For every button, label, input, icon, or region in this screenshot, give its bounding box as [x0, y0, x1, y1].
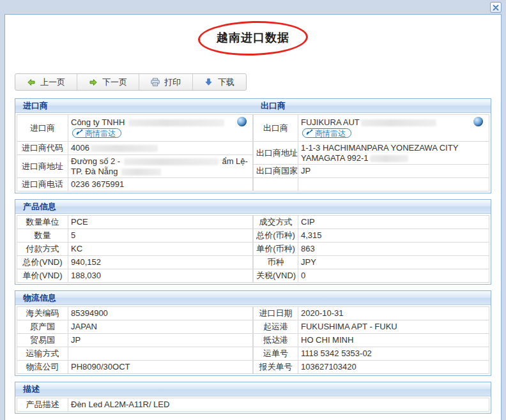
printer-icon [151, 78, 160, 87]
section-title: 出口商 [253, 99, 491, 112]
field-row: 单价(币种)863 [254, 243, 489, 256]
field-value: 2020-10-31 [298, 307, 489, 320]
field-value-text: 0 [301, 271, 486, 281]
field-label: 进口商 [17, 115, 68, 142]
field-value-text: JP [301, 166, 486, 176]
field-label: 报关单号 [254, 361, 298, 374]
field-value [68, 347, 253, 361]
field-label: 物流公司 [17, 361, 68, 374]
fields-table: 进口日期2020-10-31起运港FUKUSHIMA APT - FUKU抵达港… [253, 306, 489, 374]
field-label: 出口商 [254, 115, 298, 142]
field-label: 出口商地址 [254, 142, 298, 165]
field-value-text: JAPAN [71, 322, 250, 332]
redacted-text [361, 119, 436, 126]
field-label [254, 178, 298, 191]
field-row: 币种JPY [254, 256, 489, 269]
field-value-text: 4006 [71, 143, 250, 153]
fields-table: 海关编码85394900原产国JAPAN贸易国JP运输方式物流公司PH8090/… [17, 306, 253, 374]
field-value: JP [68, 334, 253, 347]
field-label: 数量 [17, 229, 68, 243]
business-radar-badge[interactable]: 商情雷达 [302, 128, 351, 138]
field-value: Đường số 2 - ẩm Lệ- TP. Đà Nẵng [68, 155, 253, 178]
field-value-text: 103627103420 [301, 362, 486, 372]
redacted-text [128, 119, 224, 126]
toolbar-download-button[interactable]: 下载 [193, 74, 246, 90]
field-row: 付款方式KC [17, 243, 253, 256]
field-value-text: 1118 5342 5353-02 [301, 349, 486, 359]
field-label: 数量单位 [17, 216, 68, 229]
field-row: 总价(币种)4,315 [254, 229, 489, 243]
field-row: 出口商FUJIKURA AUT商情雷达 [254, 115, 489, 142]
fields-table: 数量单位PCE数量5付款方式KC总价(VND)940,152单价(VND)188… [17, 215, 253, 283]
field-value-text: 0236 3675991 [71, 179, 250, 190]
field-row: 进口商Công ty TNHH 商情雷达 [17, 115, 253, 142]
field-row: 出口商国家JP [254, 165, 489, 178]
fields-table: 产品描述Đèn Led AL2M-A11R/ LED [17, 398, 489, 412]
toolbar-button-label: 下载 [218, 77, 234, 88]
toolbar-print-button[interactable]: 打印 [139, 74, 193, 90]
field-value-text: PH8090/30OCT [71, 362, 250, 372]
toolbar-next-button[interactable]: 下一页 [77, 74, 139, 90]
red-circle-annotation: 越南进口数据 [197, 20, 308, 57]
field-value: JAPAN [68, 320, 253, 334]
field-value-text: Đèn Led AL2M-A11R/ LED [71, 400, 486, 410]
field-value: PCE [68, 216, 253, 229]
page-title-wrap: 越南进口数据 [5, 21, 501, 62]
field-value: Đèn Led AL2M-A11R/ LED [68, 398, 489, 412]
data-sections: 进口商出口商进口商Công ty TNHH 商情雷达进口商代码4006进口商地址… [5, 98, 501, 414]
section-title: 描述 [15, 382, 491, 396]
field-value: FUJIKURA AUT商情雷达 [298, 115, 489, 142]
field-label: 进口商电话 [17, 178, 68, 191]
field-value: CIP [298, 216, 489, 229]
section-logistics: 物流信息海关编码85394900原产国JAPAN贸易国JP运输方式物流公司PH8… [15, 290, 491, 376]
globe-icon[interactable] [473, 117, 483, 126]
arrow-right-green-icon [89, 78, 98, 87]
section-title: 物流信息 [15, 291, 491, 304]
field-label: 总价(VND) [17, 256, 68, 269]
field-value-text: 863 [301, 244, 486, 254]
field-value: 863 [298, 243, 489, 256]
field-value: 4006 [68, 142, 253, 155]
field-label: 成交方式 [254, 216, 298, 229]
field-value: KC [68, 243, 253, 256]
field-value-text: HO CHI MINH [301, 335, 486, 345]
field-row: 物流公司PH8090/30OCT [17, 361, 253, 374]
field-value: HO CHI MINH [298, 334, 489, 347]
section-header-description: 描述 [15, 382, 491, 396]
arrow-down-blue-icon [204, 78, 213, 87]
field-value: 85394900 [68, 307, 253, 320]
section-title: 产品信息 [15, 200, 491, 213]
field-value: 0 [298, 269, 489, 283]
field-label: 起运港 [254, 320, 298, 334]
section-header-parties: 进口商出口商 [15, 99, 491, 113]
close-icon [493, 4, 499, 11]
close-button[interactable] [490, 2, 502, 13]
field-row: 产品描述Đèn Led AL2M-A11R/ LED [17, 398, 489, 412]
field-row: 进口日期2020-10-31 [254, 307, 489, 320]
field-value-text: Công ty TNHH [71, 117, 250, 128]
field-row: 运输方式 [17, 347, 253, 361]
field-value: 103627103420 [298, 361, 489, 374]
radar-icon [76, 129, 83, 138]
field-row: 关税(VND)0 [254, 269, 489, 283]
business-radar-badge[interactable]: 商情雷达 [72, 128, 121, 138]
field-value-text: JP [71, 335, 250, 345]
badge-label: 商情雷达 [85, 129, 116, 138]
field-value: FUKUSHIMA APT - FUKU [298, 320, 489, 334]
field-value-text: 1-1-3 HACHIMANPARA YONEZAWA CITY YAMAGAT… [301, 143, 486, 163]
field-label: 进口日期 [254, 307, 298, 320]
field-label: 进口商地址 [17, 155, 68, 178]
field-value-text: 2020-10-31 [301, 308, 486, 319]
toolbar-prev-button[interactable]: 上一页 [15, 74, 77, 90]
field-label: 原产国 [17, 320, 68, 334]
field-value [298, 178, 489, 191]
toolbar-button-label: 下一页 [102, 77, 127, 88]
radar-icon [306, 129, 313, 138]
field-label: 抵达港 [254, 334, 298, 347]
redacted-text [121, 169, 161, 176]
section-header-logistics: 物流信息 [15, 291, 491, 305]
section-description: 描述产品描述Đèn Led AL2M-A11R/ LED [15, 382, 491, 414]
window-titlebar [0, 0, 506, 14]
globe-icon[interactable] [237, 117, 247, 126]
field-value: JPY [298, 256, 489, 269]
